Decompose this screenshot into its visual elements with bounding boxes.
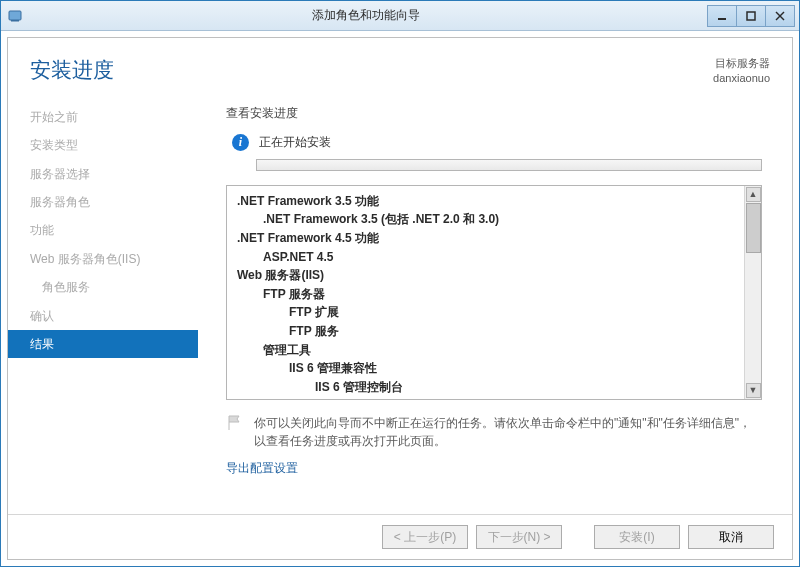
feature-item: .NET Framework 3.5 (包括 .NET 2.0 和 3.0) bbox=[263, 210, 734, 229]
scroll-thumb[interactable] bbox=[746, 203, 761, 253]
hint-row: 你可以关闭此向导而不中断正在运行的任务。请依次单击命令栏中的"通知"和"任务详细… bbox=[226, 414, 762, 450]
feature-item: ASP.NET 4.5 bbox=[263, 248, 734, 267]
info-icon: i bbox=[232, 134, 249, 151]
hint-text: 你可以关闭此向导而不中断正在运行的任务。请依次单击命令栏中的"通知"和"任务详细… bbox=[254, 414, 762, 450]
feature-item: 管理工具 bbox=[263, 341, 734, 360]
nav-item-results[interactable]: 结果 bbox=[8, 330, 198, 358]
next-button[interactable]: 下一步(N) > bbox=[476, 525, 562, 549]
body-row: 开始之前 安装类型 服务器选择 服务器角色 功能 Web 服务器角色(IIS) … bbox=[8, 95, 792, 514]
pane-subhead: 查看安装进度 bbox=[226, 105, 768, 122]
scrollbar[interactable]: ▲ ▼ bbox=[744, 186, 761, 399]
wizard-nav: 开始之前 安装类型 服务器选择 服务器角色 功能 Web 服务器角色(IIS) … bbox=[8, 95, 198, 514]
features-box: .NET Framework 3.5 功能 .NET Framework 3.5… bbox=[226, 185, 762, 400]
nav-item-role-services[interactable]: 角色服务 bbox=[8, 273, 198, 301]
scroll-track[interactable] bbox=[746, 203, 761, 382]
feature-item: IIS 6 管理兼容性 bbox=[289, 359, 734, 378]
svg-rect-1 bbox=[11, 20, 19, 22]
svg-rect-3 bbox=[747, 12, 755, 20]
results-pane: 查看安装进度 i 正在开始安装 .NET Framework 3.5 功能 .N… bbox=[198, 95, 792, 514]
footer: < 上一步(P) 下一步(N) > 安装(I) 取消 bbox=[8, 514, 792, 559]
progress-bar bbox=[256, 159, 762, 171]
target-block: 目标服务器 danxiaonuo bbox=[713, 56, 770, 87]
svg-rect-2 bbox=[718, 18, 726, 20]
feature-item: .NET Framework 4.5 功能 bbox=[237, 229, 734, 248]
app-icon bbox=[7, 8, 23, 24]
export-config-link[interactable]: 导出配置设置 bbox=[226, 460, 768, 477]
page-heading: 安装进度 bbox=[30, 56, 713, 84]
window-title: 添加角色和功能向导 bbox=[23, 7, 708, 24]
window-controls bbox=[708, 5, 799, 27]
nav-item-iis-role[interactable]: Web 服务器角色(IIS) bbox=[8, 245, 198, 273]
feature-item: .NET Framework 3.5 功能 bbox=[237, 192, 734, 211]
feature-item: IIS 6 管理控制台 bbox=[315, 378, 734, 397]
nav-item-confirmation[interactable]: 确认 bbox=[8, 302, 198, 330]
target-label: 目标服务器 bbox=[713, 56, 770, 71]
nav-item-before-you-begin[interactable]: 开始之前 bbox=[8, 103, 198, 131]
scroll-up-button[interactable]: ▲ bbox=[746, 187, 761, 202]
content-area: 安装进度 目标服务器 danxiaonuo 开始之前 安装类型 服务器选择 服务… bbox=[7, 37, 793, 560]
feature-item: FTP 服务器 bbox=[263, 285, 734, 304]
status-text: 正在开始安装 bbox=[259, 134, 331, 151]
feature-item: FTP 服务 bbox=[289, 322, 734, 341]
nav-item-features[interactable]: 功能 bbox=[8, 216, 198, 244]
maximize-button[interactable] bbox=[736, 5, 766, 27]
titlebar: 添加角色和功能向导 bbox=[1, 1, 799, 31]
nav-item-install-type[interactable]: 安装类型 bbox=[8, 131, 198, 159]
feature-item: Web 服务器(IIS) bbox=[237, 266, 734, 285]
nav-item-server-selection[interactable]: 服务器选择 bbox=[8, 160, 198, 188]
target-value: danxiaonuo bbox=[713, 71, 770, 86]
header-row: 安装进度 目标服务器 danxiaonuo bbox=[8, 38, 792, 95]
close-button[interactable] bbox=[765, 5, 795, 27]
minimize-button[interactable] bbox=[707, 5, 737, 27]
svg-rect-0 bbox=[9, 11, 21, 20]
nav-item-server-roles[interactable]: 服务器角色 bbox=[8, 188, 198, 216]
prev-button[interactable]: < 上一步(P) bbox=[382, 525, 468, 549]
features-list: .NET Framework 3.5 功能 .NET Framework 3.5… bbox=[227, 186, 744, 399]
wizard-window: 添加角色和功能向导 安装进度 目标服务器 danxiaonuo 开始之前 安装类… bbox=[0, 0, 800, 567]
status-row: i 正在开始安装 bbox=[232, 134, 768, 151]
cancel-button[interactable]: 取消 bbox=[688, 525, 774, 549]
feature-item: FTP 扩展 bbox=[289, 303, 734, 322]
install-button[interactable]: 安装(I) bbox=[594, 525, 680, 549]
scroll-down-button[interactable]: ▼ bbox=[746, 383, 761, 398]
flag-icon bbox=[226, 414, 244, 432]
